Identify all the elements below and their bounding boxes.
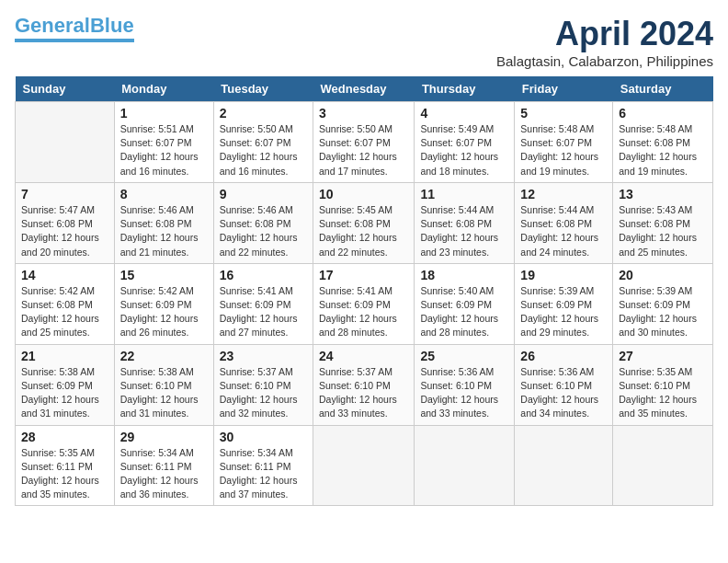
calendar-table: SundayMondayTuesdayWednesdayThursdayFrid… [15,76,713,506]
day-info: Sunrise: 5:46 AM Sunset: 6:08 PM Dayligh… [120,203,208,259]
day-number: 12 [520,187,607,201]
day-number: 21 [21,349,108,363]
day-number: 10 [319,187,408,201]
logo-bar [15,39,134,42]
day-info: Sunrise: 5:47 AM Sunset: 6:08 PM Dayligh… [21,203,108,259]
weekday-header-saturday: Saturday [613,76,713,102]
logo-blue: Blue [90,14,134,37]
day-number: 28 [21,430,108,444]
calendar-cell: 29Sunrise: 5:34 AM Sunset: 6:11 PM Dayli… [114,425,213,506]
weekday-header-thursday: Thursday [415,76,515,102]
calendar-cell: 1Sunrise: 5:51 AM Sunset: 6:07 PM Daylig… [114,102,213,183]
day-info: Sunrise: 5:36 AM Sunset: 6:10 PM Dayligh… [420,365,508,421]
day-number: 18 [420,268,508,282]
day-info: Sunrise: 5:35 AM Sunset: 6:11 PM Dayligh… [21,446,108,502]
day-number: 4 [420,106,508,121]
calendar-cell: 16Sunrise: 5:41 AM Sunset: 6:09 PM Dayli… [213,263,313,344]
week-row-1: 1Sunrise: 5:51 AM Sunset: 6:07 PM Daylig… [16,102,713,183]
day-info: Sunrise: 5:41 AM Sunset: 6:09 PM Dayligh… [220,284,307,340]
calendar-cell: 10Sunrise: 5:45 AM Sunset: 6:08 PM Dayli… [313,182,415,263]
weekday-header-row: SundayMondayTuesdayWednesdayThursdayFrid… [16,76,713,102]
day-number: 26 [520,349,607,363]
calendar-cell [313,425,415,506]
day-number: 23 [220,349,307,363]
month-title: April 2024 [496,15,713,53]
day-number: 24 [319,349,408,363]
day-number: 2 [220,106,307,121]
day-number: 3 [319,106,408,121]
calendar-cell: 27Sunrise: 5:35 AM Sunset: 6:10 PM Dayli… [613,344,713,425]
day-number: 1 [120,106,208,121]
calendar-cell: 14Sunrise: 5:42 AM Sunset: 6:08 PM Dayli… [16,263,115,344]
day-info: Sunrise: 5:44 AM Sunset: 6:08 PM Dayligh… [420,203,508,259]
logo-text: GeneralBlue [15,15,134,37]
weekday-header-sunday: Sunday [16,76,115,102]
day-number: 9 [220,187,307,201]
calendar-cell [613,425,713,506]
day-info: Sunrise: 5:39 AM Sunset: 6:09 PM Dayligh… [619,284,707,340]
day-info: Sunrise: 5:34 AM Sunset: 6:11 PM Dayligh… [220,446,307,502]
calendar-cell: 5Sunrise: 5:48 AM Sunset: 6:07 PM Daylig… [515,102,613,183]
calendar-body: 1Sunrise: 5:51 AM Sunset: 6:07 PM Daylig… [16,102,713,506]
calendar-cell: 18Sunrise: 5:40 AM Sunset: 6:09 PM Dayli… [415,263,515,344]
calendar-cell: 21Sunrise: 5:38 AM Sunset: 6:09 PM Dayli… [16,344,115,425]
day-info: Sunrise: 5:42 AM Sunset: 6:08 PM Dayligh… [21,284,108,340]
weekday-header-wednesday: Wednesday [313,76,415,102]
day-number: 11 [420,187,508,201]
weekday-header-friday: Friday [515,76,613,102]
day-info: Sunrise: 5:38 AM Sunset: 6:09 PM Dayligh… [21,365,108,421]
day-info: Sunrise: 5:46 AM Sunset: 6:08 PM Dayligh… [220,203,307,259]
calendar-cell: 25Sunrise: 5:36 AM Sunset: 6:10 PM Dayli… [415,344,515,425]
day-info: Sunrise: 5:50 AM Sunset: 6:07 PM Dayligh… [319,122,408,178]
week-row-4: 21Sunrise: 5:38 AM Sunset: 6:09 PM Dayli… [16,344,713,425]
day-info: Sunrise: 5:51 AM Sunset: 6:07 PM Dayligh… [120,122,208,178]
day-info: Sunrise: 5:48 AM Sunset: 6:07 PM Dayligh… [520,122,607,178]
calendar-cell: 30Sunrise: 5:34 AM Sunset: 6:11 PM Dayli… [213,425,313,506]
calendar-cell [16,102,115,183]
calendar-cell: 26Sunrise: 5:36 AM Sunset: 6:10 PM Dayli… [515,344,613,425]
weekday-header-tuesday: Tuesday [213,76,313,102]
day-info: Sunrise: 5:44 AM Sunset: 6:08 PM Dayligh… [520,203,607,259]
week-row-3: 14Sunrise: 5:42 AM Sunset: 6:08 PM Dayli… [16,263,713,344]
day-info: Sunrise: 5:38 AM Sunset: 6:10 PM Dayligh… [120,365,208,421]
calendar-cell: 15Sunrise: 5:42 AM Sunset: 6:09 PM Dayli… [114,263,213,344]
day-info: Sunrise: 5:41 AM Sunset: 6:09 PM Dayligh… [319,284,408,340]
day-number: 19 [520,268,607,282]
day-info: Sunrise: 5:36 AM Sunset: 6:10 PM Dayligh… [520,365,607,421]
day-info: Sunrise: 5:34 AM Sunset: 6:11 PM Dayligh… [120,446,208,502]
calendar-cell: 24Sunrise: 5:37 AM Sunset: 6:10 PM Dayli… [313,344,415,425]
day-number: 7 [21,187,108,201]
day-number: 25 [420,349,508,363]
day-info: Sunrise: 5:48 AM Sunset: 6:08 PM Dayligh… [619,122,707,178]
calendar-header: SundayMondayTuesdayWednesdayThursdayFrid… [16,76,713,102]
day-number: 15 [120,268,208,282]
calendar-cell: 17Sunrise: 5:41 AM Sunset: 6:09 PM Dayli… [313,263,415,344]
day-number: 20 [619,268,707,282]
day-number: 27 [619,349,707,363]
day-info: Sunrise: 5:39 AM Sunset: 6:09 PM Dayligh… [520,284,607,340]
day-number: 8 [120,187,208,201]
calendar-cell: 12Sunrise: 5:44 AM Sunset: 6:08 PM Dayli… [515,182,613,263]
day-number: 6 [619,106,707,121]
title-area: April 2024 Balagtasin, Calabarzon, Phili… [496,15,713,69]
day-info: Sunrise: 5:50 AM Sunset: 6:07 PM Dayligh… [220,122,307,178]
day-info: Sunrise: 5:49 AM Sunset: 6:07 PM Dayligh… [420,122,508,178]
day-number: 13 [619,187,707,201]
calendar-cell: 23Sunrise: 5:37 AM Sunset: 6:10 PM Dayli… [213,344,313,425]
calendar-cell: 8Sunrise: 5:46 AM Sunset: 6:08 PM Daylig… [114,182,213,263]
calendar-cell [515,425,613,506]
day-number: 29 [120,430,208,444]
day-info: Sunrise: 5:40 AM Sunset: 6:09 PM Dayligh… [420,284,508,340]
location: Balagtasin, Calabarzon, Philippines [496,53,713,69]
day-number: 30 [220,430,307,444]
calendar-cell: 2Sunrise: 5:50 AM Sunset: 6:07 PM Daylig… [213,102,313,183]
day-info: Sunrise: 5:45 AM Sunset: 6:08 PM Dayligh… [319,203,408,259]
day-number: 17 [319,268,408,282]
page-header: GeneralBlue April 2024 Balagtasin, Calab… [15,15,713,69]
calendar-cell [415,425,515,506]
week-row-2: 7Sunrise: 5:47 AM Sunset: 6:08 PM Daylig… [16,182,713,263]
calendar-cell: 11Sunrise: 5:44 AM Sunset: 6:08 PM Dayli… [415,182,515,263]
day-number: 5 [520,106,607,121]
day-info: Sunrise: 5:37 AM Sunset: 6:10 PM Dayligh… [319,365,408,421]
day-number: 14 [21,268,108,282]
